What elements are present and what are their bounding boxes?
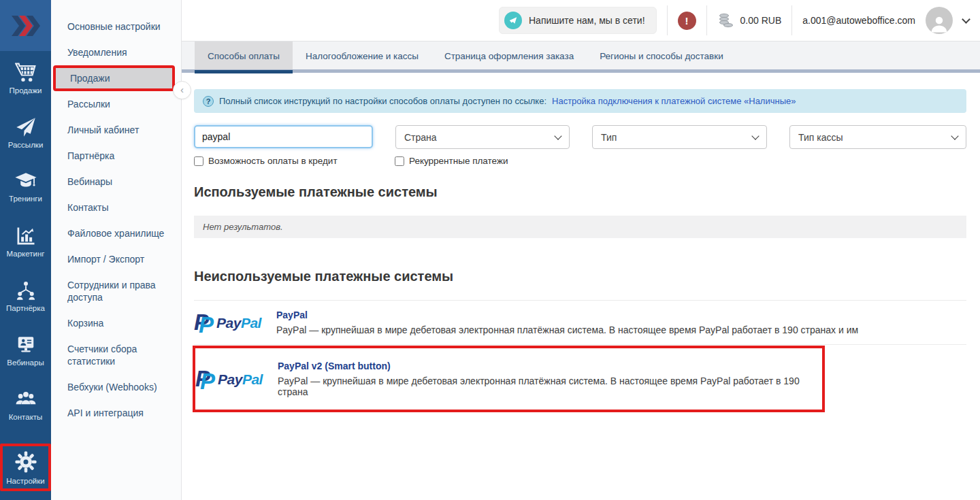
- recurrent-checkbox-label: Рекуррентные платежи: [409, 156, 508, 166]
- sidebar-collapse-button[interactable]: ‹: [173, 81, 191, 99]
- type-select[interactable]: Тип: [592, 125, 767, 149]
- balance-amount: 0.00 RUB: [740, 15, 782, 26]
- chat-button-label: Напишите нам, мы в сети!: [529, 15, 645, 26]
- rail-item-trainings[interactable]: Тренинги: [0, 160, 51, 214]
- recurrent-checkbox[interactable]: [395, 156, 404, 166]
- country-select[interactable]: Страна: [395, 125, 570, 149]
- alert-icon[interactable]: !: [678, 12, 696, 30]
- rail-item-label: Рассылки: [8, 141, 44, 149]
- tab-payment-methods[interactable]: Способы оплаты: [195, 41, 293, 70]
- rail-item-label: Вебинары: [7, 359, 44, 367]
- menu-item-affiliate[interactable]: Партнёрка: [51, 143, 181, 169]
- menu-item-stat-counters[interactable]: Счетчики сбора статистики: [51, 336, 181, 374]
- rail-item-sales[interactable]: Продажи: [0, 51, 51, 105]
- rail-item-label: Партнёрка: [6, 304, 45, 312]
- cart-icon: [15, 63, 37, 83]
- menu-item-cart[interactable]: Корзина: [51, 310, 181, 336]
- paypal-logo: P P PayPal: [195, 366, 276, 393]
- rail-item-contacts[interactable]: Контакты: [0, 378, 51, 432]
- menu-item-general[interactable]: Основные настройки: [51, 14, 181, 39]
- credit-checkbox[interactable]: [194, 156, 203, 166]
- main-area: Напишите нам, мы в сети! ! 0.00 RUB a.00…: [182, 0, 980, 500]
- type-select-value: Тип: [601, 132, 617, 143]
- no-results-bar: Нет результатов.: [194, 216, 966, 238]
- menu-item-notifications[interactable]: Уведомления: [51, 39, 181, 65]
- page-content: ? Полный список инструкций по настройки …: [182, 73, 980, 500]
- tab-taxation[interactable]: Налогообложение и кассы: [293, 41, 431, 70]
- account-email[interactable]: a.001@autoweboffice.com: [802, 15, 915, 26]
- topbar: Напишите нам, мы в сети! ! 0.00 RUB a.00…: [182, 0, 980, 41]
- rail-item-webinars[interactable]: Вебинары: [0, 323, 51, 378]
- topbar-divider: [667, 5, 668, 35]
- graduation-cap-icon: [14, 172, 37, 191]
- rail-item-label: Настройки: [6, 477, 44, 485]
- chat-button[interactable]: Напишите нам, мы в сети!: [499, 7, 657, 34]
- kassa-select-value: Тип кассы: [798, 132, 843, 143]
- menu-item-employees[interactable]: Сотрудники и права доступа: [51, 272, 181, 310]
- banner-link[interactable]: Настройка подключения к платежной систем…: [552, 96, 796, 106]
- country-select-value: Страна: [404, 132, 437, 143]
- menu-item-mailings[interactable]: Рассылки: [51, 91, 181, 117]
- paper-plane-icon: [15, 117, 37, 137]
- menu-item-contacts[interactable]: Контакты: [51, 195, 181, 220]
- kassa-type-select[interactable]: Тип кассы: [789, 125, 966, 149]
- webinar-screen-icon: [15, 335, 37, 355]
- tab-bar: Способы оплаты Налогообложение и кассы С…: [182, 41, 980, 73]
- paypal-monogram: P: [199, 312, 214, 338]
- menu-item-file-storage[interactable]: Файловое хранилище: [51, 220, 181, 246]
- tab-checkout-page[interactable]: Страница оформления заказа: [431, 41, 587, 70]
- network-icon: [15, 280, 37, 301]
- payment-name[interactable]: PayPal: [276, 310, 858, 320]
- paypal-monogram: P: [200, 369, 215, 395]
- send-icon: [504, 12, 522, 29]
- banner-text: Полный список инструкций по настройки сп…: [219, 96, 546, 106]
- paypal-wordmark: Pay: [216, 315, 241, 331]
- topbar-divider: [706, 5, 707, 35]
- menu-item-sales[interactable]: Продажи: [53, 65, 175, 91]
- checkbox-row: Возможность оплаты в кредит Рекуррентные…: [194, 156, 966, 166]
- icon-rail: Продажи Рассылки Тренинги: [0, 0, 51, 500]
- gear-icon: [14, 450, 37, 473]
- rail-item-settings[interactable]: Настройки: [0, 444, 51, 491]
- menu-item-webhooks[interactable]: Вебхуки (Webhooks): [51, 374, 181, 400]
- avatar[interactable]: [926, 7, 953, 34]
- bar-chart-icon: [15, 226, 37, 246]
- rail-item-label: Контакты: [9, 413, 43, 421]
- payment-description: PayPal — крупнейшая в мире дебетовая эле…: [278, 376, 822, 397]
- payment-row-paypal[interactable]: P P PayPal PayPal PayPal — крупнейшая в …: [194, 301, 966, 345]
- payment-row-paypal-v2[interactable]: P P PayPal PayPal v2 (Smart button) PayP…: [195, 353, 822, 405]
- rail-item-label: Продажи: [9, 86, 42, 95]
- people-icon: [14, 389, 37, 410]
- chevron-down-icon: [751, 132, 759, 139]
- rail-item-label: Маркетинг: [7, 250, 45, 258]
- payment-name[interactable]: PayPal v2 (Smart button): [278, 361, 822, 371]
- filters-row: Страна Тип Тип кассы: [194, 125, 966, 149]
- tab-regions-delivery[interactable]: Регионы и способы доставки: [587, 41, 736, 70]
- rail-item-mailings[interactable]: Рассылки: [0, 105, 51, 160]
- paypal-wordmark: Pal: [242, 371, 263, 387]
- chevrons-logo-icon: [10, 14, 42, 37]
- app-window: Продажи Рассылки Тренинги: [0, 0, 980, 500]
- menu-item-api[interactable]: API и интеграция: [51, 400, 181, 426]
- menu-item-import-export[interactable]: Импорт / Экспорт: [51, 246, 181, 272]
- chevron-down-icon: [951, 132, 958, 139]
- balance-widget[interactable]: 0.00 RUB: [717, 12, 782, 29]
- credit-checkbox-group: Возможность оплаты в кредит: [194, 156, 395, 166]
- credit-checkbox-label: Возможность оплаты в кредит: [208, 156, 338, 166]
- info-banner: ? Полный список инструкций по настройки …: [194, 89, 966, 113]
- search-input[interactable]: [194, 125, 373, 148]
- chevron-down-icon[interactable]: [962, 15, 970, 24]
- highlighted-payment-box: P P PayPal PayPal v2 (Smart button) PayP…: [193, 346, 825, 412]
- recurrent-checkbox-group: Рекуррентные платежи: [395, 156, 508, 166]
- rail-item-label: Тренинги: [9, 195, 42, 203]
- app-logo[interactable]: [0, 0, 51, 51]
- topbar-divider: [791, 5, 792, 35]
- used-systems-title: Используемые платежные системы: [194, 184, 966, 200]
- paypal-wordmark: Pay: [218, 371, 242, 387]
- tabbar-strip: [182, 69, 980, 73]
- settings-submenu: Основные настройки Уведомления Продажи Р…: [51, 0, 182, 500]
- menu-item-personal-account[interactable]: Личный кабинет: [51, 117, 181, 143]
- rail-item-affiliate[interactable]: Партнёрка: [0, 269, 51, 323]
- rail-item-marketing[interactable]: Маркетинг: [0, 214, 51, 269]
- menu-item-webinars[interactable]: Вебинары: [51, 169, 181, 195]
